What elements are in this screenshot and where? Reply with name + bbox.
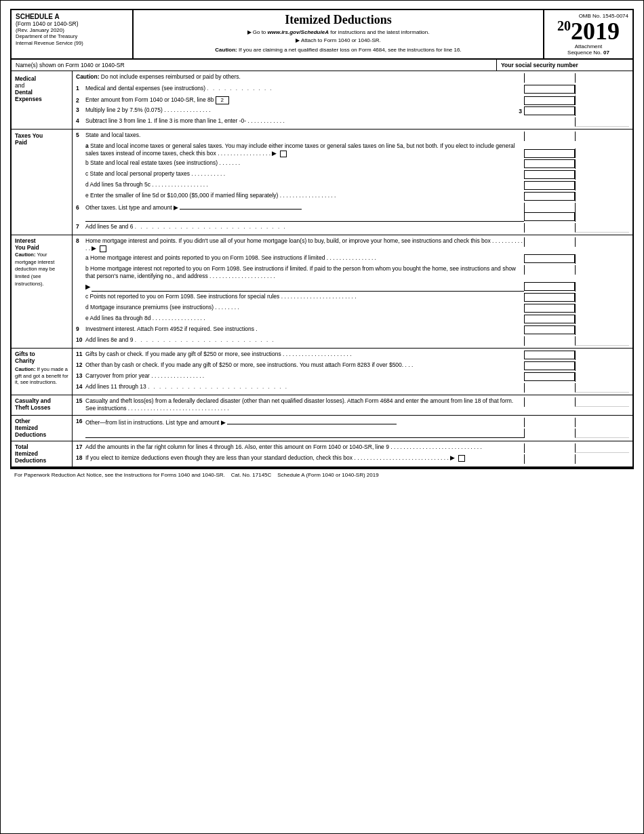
total-label: Total Itemized Deductions: [12, 441, 73, 466]
line15-text: Casualty and theft loss(es) from a feder…: [85, 397, 524, 413]
line5d-text: d Add lines 5a through 5c . . . . . . . …: [85, 181, 524, 188]
line8e-input[interactable]: [524, 315, 575, 323]
line4-input[interactable]: [575, 117, 629, 127]
line16-num: 16: [76, 418, 85, 424]
line2-text: Enter amount from Form 1040 or 1040-SR, …: [85, 96, 523, 105]
main-title: Itemized Deductions: [140, 13, 536, 27]
line16-input[interactable]: [85, 429, 524, 438]
line12-num: 12: [76, 361, 85, 368]
line7-num: 7: [76, 223, 85, 230]
line5c-text: c State and local personal property taxe…: [85, 170, 524, 178]
line12-text: Other than by cash or check. If you made…: [85, 361, 524, 369]
line4-num: 4: [76, 117, 85, 124]
line15-num: 15: [76, 397, 85, 404]
line7-text: Add lines 5e and 6 . . . . . . . . . . .…: [85, 223, 524, 231]
interest-label: Interest You Paid Caution: Your mortgage…: [12, 235, 73, 348]
line5a-checkbox[interactable]: [280, 151, 287, 157]
footer: For Paperwork Reduction Act Notice, see …: [10, 468, 634, 481]
line9-num: 9: [76, 325, 85, 332]
line6-num: 6: [76, 204, 85, 211]
line8d-input[interactable]: [524, 304, 575, 313]
line2-box: 2: [216, 96, 229, 105]
line5d-input[interactable]: [524, 181, 575, 190]
attachment-text: Attachment Sequence No. 07: [548, 43, 628, 56]
line11-input[interactable]: [524, 351, 575, 359]
line9-text: Investment interest. Attach Form 4952 if…: [85, 325, 524, 333]
line6-text: Other taxes. List type and amount ▶: [85, 203, 524, 212]
line3-num: 3: [76, 106, 85, 113]
taxes-label: Taxes You Paid: [12, 130, 73, 235]
line5a-text: a State and local income taxes or genera…: [85, 142, 524, 158]
line17-num: 17: [76, 443, 85, 450]
ssn-field: Your social security number: [497, 60, 632, 71]
line8-text: Home mortgage interest and points. If yo…: [85, 237, 524, 253]
line8e-text: e Add lines 8a through 8d . . . . . . . …: [85, 315, 524, 322]
line8a-input[interactable]: [524, 254, 575, 263]
medical-caution: Caution: Do not include expenses reimbur…: [76, 73, 524, 81]
header-caution: Caution: If you are claiming a net quali…: [140, 47, 536, 53]
line8c-input[interactable]: [524, 293, 575, 302]
line5c-input[interactable]: [524, 170, 575, 179]
line3-label: 3: [519, 108, 522, 115]
line10-input[interactable]: [575, 336, 629, 346]
line8b-box[interactable]: [524, 282, 575, 291]
line18-text: If you elect to itemize deductions even …: [85, 454, 524, 462]
line11-text: Gifts by cash or check. If you made any …: [85, 351, 524, 358]
line13-text: Carryover from prior year . . . . . . . …: [85, 372, 524, 380]
line14-text: Add lines 11 through 13 . . . . . . . . …: [85, 383, 524, 391]
medical-label: Medical and Dental Expenses: [12, 71, 73, 129]
line8a-text: a Home mortgage interest and points repo…: [85, 254, 524, 262]
line12-input[interactable]: [524, 361, 575, 370]
gifts-label: Gifts to Charity Caution: If you made a …: [12, 349, 73, 395]
line8-checkbox[interactable]: [100, 245, 106, 252]
line6-box[interactable]: [524, 212, 575, 221]
line5b-text: b State and local real estate taxes (see…: [85, 159, 524, 167]
line5e-input[interactable]: [524, 192, 575, 201]
line5-num: 5: [76, 132, 85, 138]
line1-num: 1: [76, 85, 85, 92]
line7-input[interactable]: [575, 223, 629, 233]
line17-text: Add the amounts in the far right column …: [85, 443, 524, 451]
dept-info: Department of the Treasury Internal Reve…: [16, 33, 128, 47]
line18-num: 18: [76, 454, 85, 461]
line4-text: Subtract line 3 from line 1. If line 3 i…: [85, 117, 575, 125]
line3-text: Multiply line 2 by 7.5% (0.075) . . . . …: [85, 106, 519, 114]
line5-text: State and local taxes.: [85, 132, 524, 139]
line16-text: Other—from list in instructions. List ty…: [85, 418, 524, 426]
line5b-input[interactable]: [524, 159, 575, 168]
line2-input[interactable]: [524, 96, 575, 105]
line8-num: 8: [76, 237, 85, 244]
line14-num: 14: [76, 383, 85, 390]
line2-num: 2: [76, 97, 85, 104]
line14-input[interactable]: [575, 383, 629, 393]
form-number: (Form 1040 or 1040-SR): [16, 20, 128, 27]
line10-num: 10: [76, 336, 85, 343]
line3-input[interactable]: [524, 106, 575, 115]
name-field: Name(s) shown on Form 1040 or 1040-SR: [12, 60, 497, 71]
header-instructions: ▶ Go to www.irs.gov/ScheduleA for instru…: [140, 28, 536, 45]
line18-checkbox[interactable]: [458, 455, 465, 462]
line13-input[interactable]: [524, 372, 575, 381]
line5a-input[interactable]: [524, 149, 575, 158]
line10-text: Add lines 8e and 9 . . . . . . . . . . .…: [85, 336, 524, 344]
line8c-text: c Points not reported to you on Form 109…: [85, 293, 524, 300]
line8d-text: d Mortgage insurance premiums (see instr…: [85, 304, 524, 311]
other-label: Other Itemized Deductions: [12, 416, 73, 441]
schedule-a-title: SCHEDULE A: [16, 13, 128, 20]
line8b-text: b Home mortgage interest not reported to…: [85, 265, 524, 281]
line15-input[interactable]: [575, 397, 629, 407]
line13-num: 13: [76, 372, 85, 379]
line6-input[interactable]: [85, 212, 524, 222]
line1-input[interactable]: [524, 85, 575, 94]
line5e-text: e Enter the smaller of line 5d or $10,00…: [85, 192, 524, 199]
line9-input[interactable]: [524, 325, 575, 334]
rev-date: (Rev. January 2020): [16, 27, 128, 33]
line11-num: 11: [76, 351, 85, 357]
line1-text: Medical and dental expenses (see instruc…: [85, 85, 523, 93]
year-badge: 202019: [548, 19, 628, 43]
line8b-input[interactable]: [92, 282, 524, 292]
casualty-label: Casualty and Theft Losses: [12, 395, 73, 415]
line17-input[interactable]: [575, 443, 629, 453]
line16-box[interactable]: [575, 429, 629, 438]
